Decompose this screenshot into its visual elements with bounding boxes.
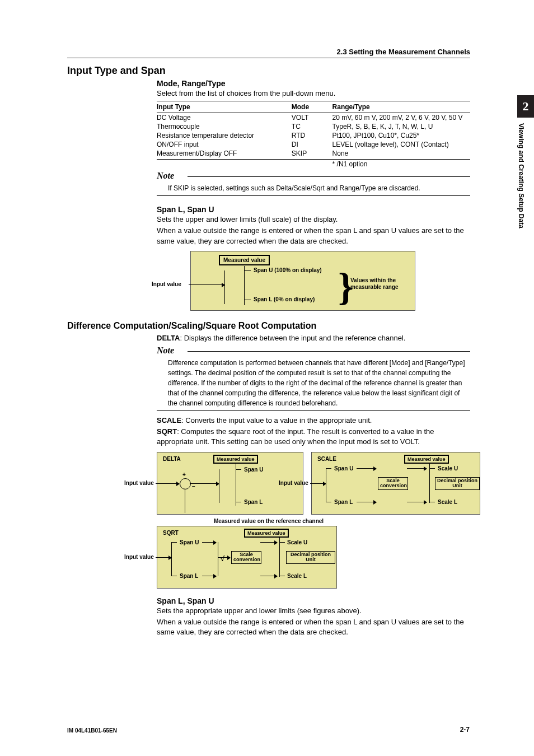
sqrt-title: SQRT	[163, 530, 179, 536]
span-diagram: Measured value Span U (100% on display) …	[190, 251, 415, 311]
note-text: If SKIP is selected, settings such as De…	[157, 181, 470, 196]
minus-label: –	[192, 483, 195, 489]
dec-unit-box: Decimal position Unit	[435, 477, 480, 491]
body-text: When a value outside the range is entere…	[157, 617, 470, 637]
span-u-label: Span U	[334, 465, 353, 472]
delta-desc: DELTA: Displays the difference between t…	[157, 333, 470, 343]
body-text: Sets the upper and lower limits (full sc…	[157, 214, 470, 225]
span-u-label: Span U	[180, 539, 199, 545]
input-value-label: Input value	[279, 480, 308, 486]
measured-value-box: Measured value	[213, 455, 258, 464]
mode-range-table: Input Type Mode Range/Type DC VoltageVOL…	[157, 101, 470, 169]
span-u-label: Span U	[244, 466, 263, 473]
scale-title: SCALE	[317, 456, 336, 462]
sqrt-symbol: √	[221, 554, 224, 563]
col-range-type: Range/Type	[332, 101, 470, 113]
side-tab: 2 Viewing and Creating Setup Data	[517, 95, 534, 269]
page-content: 2.3 Setting the Measurement Channels Inp…	[67, 48, 470, 638]
body-text: Sets the appropriate upper and lower lim…	[157, 606, 470, 616]
table-row: DC VoltageVOLT20 mV, 60 m V, 200 mV, 2 V…	[157, 113, 470, 123]
subheading-mode-range: Mode, Range/Type	[157, 79, 470, 88]
chapter-title-vertical: Viewing and Creating Setup Data	[517, 118, 525, 269]
table-row: ON/OFF inputDILEVEL (voltage level), CON…	[157, 140, 470, 149]
running-header: 2.3 Setting the Measurement Channels	[67, 48, 470, 58]
subheading-span-lu-2: Span L, Span U	[157, 596, 470, 605]
input-value-label: Input value	[124, 480, 154, 486]
footer-doc-id: IM 04L41B01-65EN	[67, 727, 117, 734]
note-block: Note Difference computation is performed…	[157, 346, 470, 411]
table-row: Resistance temperature detectorRTDPt100,…	[157, 131, 470, 140]
scale-u-label: Scale U	[287, 539, 307, 545]
table-row: Measurement/Display OFFSKIPNone	[157, 149, 470, 160]
scale-l-label: Scale L	[287, 573, 307, 579]
input-value-label: Input value	[152, 281, 181, 287]
heading-diff-scale-sqrt: Difference Computation/Scaling/Square Ro…	[67, 321, 470, 331]
intro-text: Select from the list of choices from the…	[157, 88, 470, 99]
col-mode: Mode	[292, 101, 332, 113]
subheading-span-lu: Span L, Span U	[157, 205, 470, 214]
scale-diagram: SCALE Measured value Span U Span L Scale…	[311, 452, 480, 515]
sqrt-diagram: SQRT Measured value Span U Span L √ Scal…	[157, 526, 337, 589]
span-l-label: Span L	[180, 573, 198, 579]
delta-title: DELTA	[163, 456, 181, 462]
scale-desc: SCALE: Converts the input value to a val…	[157, 416, 470, 426]
sqrt-desc: SQRT: Computes the square root of the in…	[157, 427, 470, 447]
col-input-type: Input Type	[157, 101, 292, 113]
range-label: Values within the measurable range	[350, 277, 412, 291]
input-value-label: Input value	[124, 554, 154, 560]
dec-unit-box: Decimal position Unit	[286, 551, 335, 564]
heading-input-type-span: Input Type and Span	[67, 65, 470, 77]
body-text: When a value outside the range is entere…	[157, 226, 470, 246]
note-label: Note	[157, 171, 177, 181]
span-u-label: Span U (100% on display)	[254, 267, 322, 273]
measured-value-box: Measured value	[219, 255, 270, 265]
note-label: Note	[157, 346, 177, 356]
span-l-label: Span L	[334, 499, 353, 505]
measured-value-box: Measured value	[244, 529, 289, 538]
plus-label: +	[182, 472, 186, 478]
span-l-label: Span L	[244, 499, 263, 505]
span-l-label: Span L (0% on display)	[254, 296, 315, 302]
measured-value-box: Measured value	[404, 455, 449, 464]
scale-l-label: Scale L	[438, 499, 457, 505]
footer-page-number: 2-7	[460, 726, 470, 734]
scale-conv-box: Scale conversion	[231, 551, 261, 564]
note-text: Difference computation is performed betw…	[157, 356, 470, 411]
scale-u-label: Scale U	[438, 465, 458, 472]
scale-conv-box: Scale conversion	[378, 477, 408, 491]
chapter-number-badge: 2	[517, 95, 534, 118]
ref-caption: Measured value on the reference channel	[196, 518, 341, 524]
table-footnote: * /N1 option	[332, 160, 470, 169]
table-row: ThermocoupleTCTypeR, S, B, E, K, J, T, N…	[157, 122, 470, 131]
note-block: Note If SKIP is selected, settings such …	[157, 171, 470, 196]
